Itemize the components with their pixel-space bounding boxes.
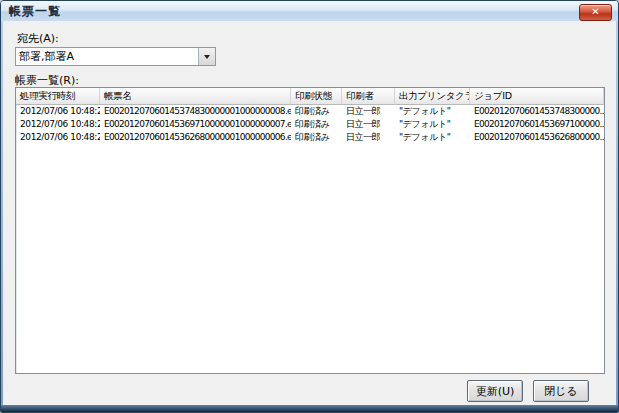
cell-printer-class: "デフォルト"	[395, 131, 470, 144]
destination-value[interactable]: 部署,部署A	[16, 49, 198, 64]
cell-printed-by: 日立一郎	[342, 105, 395, 118]
cell-print-status: 印刷済み	[291, 131, 342, 144]
table-row[interactable]: 2012/07/06 10:48:25 E0020120706014536971…	[16, 118, 604, 131]
window-frame-bottom	[1, 404, 618, 412]
cell-print-status: 印刷済み	[291, 118, 342, 131]
update-button[interactable]: 更新(U)	[467, 380, 523, 402]
column-header-report-name[interactable]: 帳票名	[100, 88, 291, 105]
window-frame-right	[616, 21, 618, 405]
cell-printed-by: 日立一郎	[342, 118, 395, 131]
cell-print-status: 印刷済み	[291, 105, 342, 118]
column-header-printer-class[interactable]: 出力プリンタクラス	[395, 88, 470, 105]
cell-report-name: E00201207060145362680000001000000006.epf	[100, 131, 291, 144]
destination-combobox[interactable]: 部署,部署A	[15, 47, 216, 66]
cell-printer-class: "デフォルト"	[395, 105, 470, 118]
cell-printed-by: 日立一郎	[342, 131, 395, 144]
cell-job-id: E002012070601453748300000...	[470, 105, 604, 118]
combobox-dropdown-button[interactable]	[198, 48, 215, 65]
cell-exec-time: 2012/07/06 10:48:26	[16, 105, 100, 118]
column-header-exec-time[interactable]: 処理実行時刻	[16, 88, 100, 105]
close-button[interactable]: ✕	[579, 4, 612, 21]
close-dialog-button-label: 閉じる	[544, 384, 578, 399]
report-list-label: 帳票一覧(R):	[15, 73, 79, 88]
table-row[interactable]: 2012/07/06 10:48:26 E0020120706014537483…	[16, 105, 604, 118]
cell-report-name: E00201207060145369710000001000000007.epf	[100, 118, 291, 131]
report-listview[interactable]: 処理実行時刻 帳票名 印刷状態 印刷者 出力プリンタクラス ジョブID 2012…	[15, 87, 605, 374]
cell-job-id: E002012070601453697100000...	[470, 118, 604, 131]
chevron-down-icon	[204, 55, 210, 59]
listview-header: 処理実行時刻 帳票名 印刷状態 印刷者 出力プリンタクラス ジョブID	[16, 88, 604, 105]
destination-label: 宛先(A):	[17, 31, 59, 46]
column-header-job-id[interactable]: ジョブID	[470, 88, 604, 105]
window-title: 帳票一覧	[1, 3, 61, 20]
update-button-label: 更新(U)	[476, 384, 515, 399]
cell-job-id: E002012070601453626800000...	[470, 131, 604, 144]
cell-printer-class: "デフォルト"	[395, 118, 470, 131]
close-dialog-button[interactable]: 閉じる	[533, 380, 589, 402]
cell-exec-time: 2012/07/06 10:48:25	[16, 118, 100, 131]
close-icon: ✕	[591, 6, 599, 17]
column-header-printed-by[interactable]: 印刷者	[342, 88, 395, 105]
dialog-body: 宛先(A): 部署,部署A 帳票一覧(R): 処理実行時刻 帳票名 印刷状態 印…	[3, 21, 616, 405]
titlebar[interactable]: 帳票一覧 ✕	[1, 1, 618, 22]
cell-report-name: E00201207060145374830000001000000008.epf	[100, 105, 291, 118]
table-row[interactable]: 2012/07/06 10:48:25 E0020120706014536268…	[16, 131, 604, 144]
column-header-print-status[interactable]: 印刷状態	[291, 88, 342, 105]
report-list-dialog: 帳票一覧 ✕ 宛先(A): 部署,部署A 帳票一覧(R): 処理実行時刻 帳票名…	[0, 0, 619, 413]
cell-exec-time: 2012/07/06 10:48:25	[16, 131, 100, 144]
